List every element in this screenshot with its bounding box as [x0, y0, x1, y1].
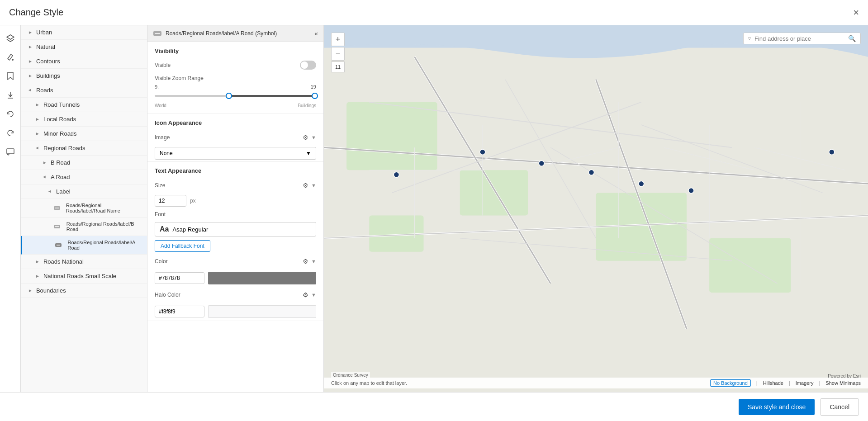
add-fallback-button[interactable]: Add Fallback Font	[155, 240, 210, 252]
color-input[interactable]	[155, 272, 204, 284]
layer-item-road-tunnels[interactable]: ► Road Tunnels	[21, 98, 147, 112]
chevron-icon: ►	[28, 288, 33, 293]
color-gear-button[interactable]: ⚙	[300, 256, 310, 266]
chevron-icon: ►	[35, 259, 40, 264]
search-input[interactable]	[754, 35, 844, 42]
svg-marker-0	[7, 35, 14, 39]
search-icon[interactable]: 🔍	[848, 35, 856, 42]
show-minimaps-button[interactable]: Show Minimaps	[825, 380, 861, 386]
visible-toggle[interactable]	[300, 61, 316, 70]
image-dropdown[interactable]: None ▼	[155, 147, 316, 160]
layer-item-roads-national[interactable]: ► Roads National	[21, 255, 147, 269]
layers-icon[interactable]	[2, 30, 19, 46]
app-header: Change Style ×	[0, 0, 868, 25]
bookmark-icon[interactable]	[2, 68, 19, 84]
font-field[interactable]: Aa Asap Regular	[155, 222, 316, 237]
svg-point-46	[539, 161, 544, 166]
hillshade-button[interactable]: Hillshade	[763, 380, 783, 386]
color-swatch[interactable]	[208, 272, 316, 284]
zoom-sublabels: World Buildings	[155, 103, 316, 108]
zoom-thumb-left[interactable]	[226, 93, 232, 99]
footer: Save style and close Cancel	[0, 392, 868, 421]
layer-item-local-roads[interactable]: ► Local Roads	[21, 112, 147, 127]
close-button[interactable]: ×	[853, 8, 859, 18]
map-controls: + − 11	[331, 33, 345, 72]
halo-color-input[interactable]	[155, 306, 204, 317]
collapse-button[interactable]: «	[314, 30, 318, 37]
icon-bar	[0, 25, 21, 392]
layer-label: Natural	[36, 43, 55, 50]
zoom-thumb-right[interactable]	[312, 93, 318, 99]
layer-item-minor-roads[interactable]: ► Minor Roads	[21, 127, 147, 141]
layer-item-label[interactable]: ▼ Label	[21, 184, 147, 199]
layer-item-road-name[interactable]: Roads/Regional Roads/label/Road Name	[21, 199, 147, 218]
download-icon[interactable]	[2, 87, 19, 103]
map-background	[324, 25, 868, 392]
layer-label: Roads/Regional Roads/label/A Road	[67, 240, 142, 251]
zoom-out-button[interactable]: −	[331, 47, 345, 61]
layer-panel: ► Urban ► Natural ► Contours ► Buildings…	[21, 25, 147, 392]
chevron-icon: ►	[35, 117, 40, 122]
chevron-icon: ►	[35, 102, 40, 107]
layer-item-roads[interactable]: ▼ Roads	[21, 83, 147, 98]
size-input-row: px	[147, 193, 323, 208]
layer-item-national-roads-small-scale[interactable]: ► National Roads Small Scale	[21, 269, 147, 284]
separator-1: |	[756, 380, 758, 386]
visibility-title: Visibility	[147, 42, 323, 58]
toggle-knob	[301, 61, 308, 69]
style-panel-body: Visibility Visible Visible Zoom Range 9.…	[147, 42, 323, 392]
style-panel-title: Roads/Regional Roads/label/A Road (Symbo…	[166, 30, 277, 37]
layer-item-regional-roads[interactable]: ▼ Regional Roads	[21, 141, 147, 156]
image-gear-button[interactable]: ⚙	[300, 132, 310, 142]
style-panel-icon	[153, 29, 162, 38]
layer-item-buildings[interactable]: ► Buildings	[21, 69, 147, 83]
layer-item-a-road[interactable]: ▼ A Road	[21, 170, 147, 184]
chevron-icon: ►	[28, 44, 33, 49]
svg-point-50	[829, 149, 835, 155]
layer-item-natural[interactable]: ► Natural	[21, 40, 147, 54]
size-gear-button[interactable]: ⚙	[300, 180, 310, 190]
layer-item-contours[interactable]: ► Contours	[21, 54, 147, 69]
color-label: Color	[155, 258, 300, 265]
layer-label: Label	[56, 188, 71, 195]
svg-rect-17	[460, 170, 528, 215]
layer-item-urban[interactable]: ► Urban	[21, 25, 147, 40]
save-style-button[interactable]: Save style and close	[739, 399, 815, 415]
visibility-section: Visibility Visible Visible Zoom Range 9.…	[147, 42, 323, 114]
imagery-button[interactable]: Imagery	[796, 380, 814, 386]
road-symbol-icon	[55, 241, 62, 249]
size-row: Size ⚙ ▼	[147, 178, 323, 193]
halo-color-gear-button[interactable]: ⚙	[300, 290, 310, 300]
layer-item-boundaries[interactable]: ► Boundaries	[21, 284, 147, 298]
cancel-button[interactable]: Cancel	[820, 398, 859, 416]
svg-rect-16	[346, 102, 437, 170]
undo-icon[interactable]	[2, 106, 19, 122]
font-value: Asap Regular	[172, 226, 208, 233]
zoom-max-label: Buildings	[298, 103, 316, 108]
redo-icon[interactable]	[2, 125, 19, 141]
style-panel: Roads/Regional Roads/label/A Road (Symbo…	[147, 25, 324, 392]
zoom-in-button[interactable]: +	[331, 33, 345, 46]
layer-item-b-road-label[interactable]: Roads/Regional Roads/label/B Road	[21, 218, 147, 236]
zoom-slider[interactable]	[155, 90, 316, 101]
svg-point-49	[688, 188, 694, 193]
svg-point-44	[394, 172, 399, 177]
layer-item-a-road-label[interactable]: Roads/Regional Roads/label/A Road	[21, 236, 147, 255]
chevron-icon: ►	[28, 73, 33, 78]
font-icon: Aa	[160, 225, 169, 233]
layer-label: National Roads Small Scale	[43, 273, 116, 279]
filter-icon[interactable]: ▿	[748, 35, 751, 42]
map-area[interactable]: + − 11 ▿ 🔍 Ordnance Survey Powered by Es…	[324, 25, 868, 392]
layer-label: Urban	[36, 29, 52, 36]
no-background-button[interactable]: No Background	[710, 379, 751, 387]
layer-item-b-road[interactable]: ► B Road	[21, 156, 147, 170]
size-input[interactable]	[155, 195, 186, 207]
layer-label: Buildings	[36, 72, 60, 79]
map-hint: Click on any map to edit that layer.	[331, 380, 407, 386]
svg-point-1	[12, 59, 14, 61]
message-icon[interactable]	[2, 144, 19, 160]
layer-label: Road Tunnels	[43, 101, 80, 108]
paint-icon[interactable]	[2, 49, 19, 65]
zoom-range-section: Visible Zoom Range 9. 19 World	[147, 72, 323, 114]
halo-color-input-row	[147, 303, 323, 321]
